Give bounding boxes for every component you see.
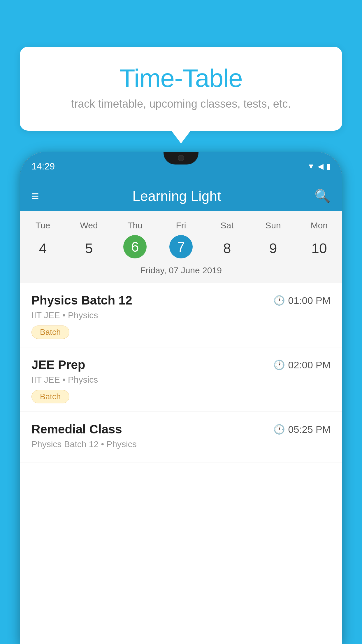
day-label-tue: Tue [20, 218, 66, 233]
batch-badge-1: Batch [31, 390, 69, 403]
phone-frame: 14:29 ▼ ◀ ▮ ≡ Learning Light 🔍 TueWedThu… [20, 152, 342, 644]
class-name-1: JEE Prep [31, 358, 85, 372]
signal-icon: ◀ [318, 162, 324, 171]
batch-badge-0: Batch [31, 326, 69, 339]
day-numbers[interactable]: 45678910 [20, 235, 342, 261]
app-bar: ≡ Learning Light 🔍 [20, 181, 342, 211]
bubble-subtitle: track timetable, upcoming classes, tests… [31, 98, 331, 110]
app-bar-title: Learning Light [39, 188, 314, 204]
selected-date-label: Friday, 07 June 2019 [20, 261, 342, 278]
class-item-0[interactable]: Physics Batch 12 🕐 01:00 PM IIT JEE • Ph… [20, 283, 342, 347]
status-icons: ▼ ◀ ▮ [307, 162, 331, 171]
battery-icon: ▮ [326, 162, 331, 171]
day-label-sat: Sat [204, 218, 250, 233]
class-item-1[interactable]: JEE Prep 🕐 02:00 PM IIT JEE • Physics Ba… [20, 347, 342, 412]
camera [178, 155, 184, 161]
class-name-2: Remedial Class [31, 422, 122, 436]
status-time: 14:29 [31, 161, 55, 172]
class-list: Physics Batch 12 🕐 01:00 PM IIT JEE • Ph… [20, 283, 342, 463]
status-bar: 14:29 ▼ ◀ ▮ [20, 152, 342, 181]
day-number-9[interactable]: 9 [250, 235, 296, 261]
class-name-0: Physics Batch 12 [31, 293, 132, 307]
search-icon[interactable]: 🔍 [314, 188, 331, 204]
class-time-1: 🕐 02:00 PM [273, 359, 331, 371]
class-item-2[interactable]: Remedial Class 🕐 05:25 PM Physics Batch … [20, 412, 342, 463]
speech-bubble: Time-Table track timetable, upcoming cla… [20, 47, 342, 131]
notch [164, 152, 198, 164]
day-number-7[interactable]: 7 [169, 235, 193, 258]
day-number-8[interactable]: 8 [204, 235, 250, 261]
class-meta-1: IIT JEE • Physics [31, 375, 331, 385]
class-time-0: 🕐 01:00 PM [273, 295, 331, 306]
class-meta-0: IIT JEE • Physics [31, 310, 331, 320]
day-number-5[interactable]: 5 [66, 235, 112, 261]
day-label-wed: Wed [66, 218, 112, 233]
class-meta-2: Physics Batch 12 • Physics [31, 439, 331, 449]
phone-inner: 14:29 ▼ ◀ ▮ ≡ Learning Light 🔍 TueWedThu… [20, 152, 342, 644]
day-number-4[interactable]: 4 [20, 235, 66, 261]
day-label-mon: Mon [296, 218, 342, 233]
day-labels: TueWedThuFriSatSunMon [20, 218, 342, 233]
clock-icon-2: 🕐 [273, 424, 285, 435]
class-time-2: 🕐 05:25 PM [273, 424, 331, 435]
day-label-thu: Thu [112, 218, 158, 233]
day-label-fri: Fri [158, 218, 204, 233]
day-label-sun: Sun [250, 218, 296, 233]
bubble-title: Time-Table [31, 64, 331, 92]
clock-icon-1: 🕐 [273, 359, 285, 370]
clock-icon-0: 🕐 [273, 295, 285, 306]
day-number-6[interactable]: 6 [123, 235, 147, 258]
day-number-10[interactable]: 10 [296, 235, 342, 261]
wifi-icon: ▼ [307, 162, 315, 171]
hamburger-icon[interactable]: ≡ [31, 189, 39, 203]
calendar-strip: TueWedThuFriSatSunMon 45678910 Friday, 0… [20, 211, 342, 283]
